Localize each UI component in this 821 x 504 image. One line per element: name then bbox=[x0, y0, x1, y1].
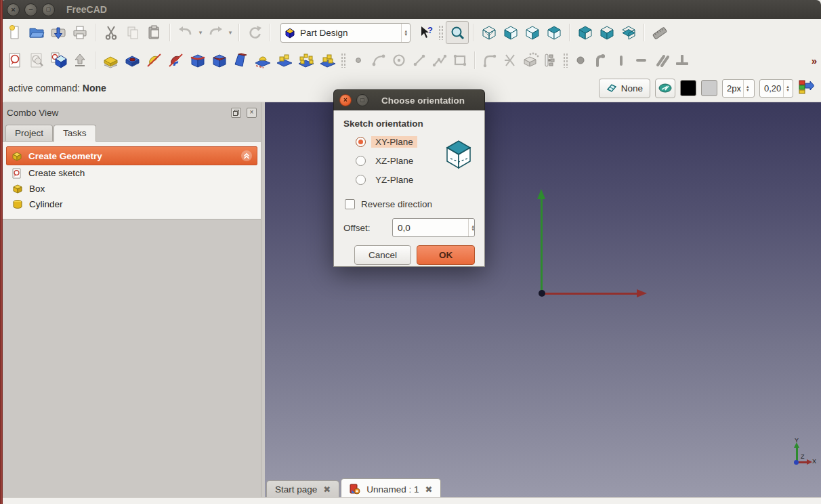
view-axonometric-button[interactable] bbox=[478, 22, 500, 43]
revolution-button[interactable] bbox=[144, 49, 165, 71]
print-button[interactable] bbox=[69, 22, 91, 43]
external-geometry-button[interactable] bbox=[520, 49, 541, 71]
tab-tasks[interactable]: Tasks bbox=[54, 125, 96, 142]
radio-xy-label[interactable]: XY-Plane bbox=[371, 136, 417, 148]
fillet-button[interactable] bbox=[187, 49, 209, 71]
window-maximize-button[interactable]: ▢ bbox=[42, 3, 55, 16]
view-right-button[interactable] bbox=[543, 22, 565, 43]
line-color-swatch[interactable] bbox=[680, 80, 696, 96]
cancel-button[interactable]: Cancel bbox=[354, 245, 411, 265]
toolbar-grip[interactable] bbox=[438, 25, 444, 40]
offset-spinner[interactable]: ▴▾ bbox=[468, 219, 474, 236]
sketch-arc-button[interactable] bbox=[369, 49, 389, 71]
whats-this-button[interactable]: ? bbox=[416, 22, 436, 43]
dialog-titlebar[interactable]: × ▢ Choose orientation bbox=[333, 89, 485, 110]
sketch-circle-button[interactable] bbox=[389, 49, 409, 71]
constraint-coincident-button[interactable] bbox=[570, 49, 591, 71]
window-close-button[interactable]: × bbox=[7, 3, 20, 16]
polar-pattern-button[interactable] bbox=[295, 49, 317, 71]
task-item-create-sketch[interactable]: Create sketch bbox=[6, 165, 257, 181]
view-top-button[interactable] bbox=[522, 22, 543, 43]
workbench-selector[interactable]: Part Design ▴▾ bbox=[280, 23, 410, 43]
constraint-vertical-button[interactable] bbox=[611, 49, 631, 71]
view-bottom-button[interactable] bbox=[618, 22, 639, 43]
view-left-button[interactable] bbox=[596, 22, 618, 43]
task-item-cylinder[interactable]: Cylinder bbox=[6, 196, 257, 212]
tab-project[interactable]: Project bbox=[5, 125, 53, 141]
linear-pattern-button[interactable] bbox=[274, 49, 295, 71]
sketch-point-button[interactable] bbox=[348, 49, 369, 71]
refresh-button[interactable] bbox=[244, 22, 266, 43]
collapse-section-button[interactable] bbox=[241, 150, 252, 161]
reverse-direction-checkbox[interactable] bbox=[345, 199, 355, 209]
pocket-button[interactable] bbox=[122, 49, 144, 71]
new-file-button[interactable] bbox=[4, 22, 26, 43]
undo-dropdown[interactable]: ▾ bbox=[196, 29, 205, 36]
task-item-box[interactable]: Box bbox=[6, 181, 257, 196]
undo-button[interactable] bbox=[175, 22, 196, 43]
dialog-close-button[interactable]: × bbox=[339, 94, 352, 106]
dock-float-button[interactable] bbox=[231, 108, 241, 118]
constraint-parallel-button[interactable] bbox=[652, 49, 672, 71]
fit-all-button[interactable] bbox=[446, 21, 469, 44]
redo-button[interactable] bbox=[205, 22, 226, 43]
cut-button[interactable] bbox=[100, 22, 122, 43]
constraint-horizontal-button[interactable] bbox=[631, 49, 652, 71]
toolbar-overflow-button[interactable]: » bbox=[812, 55, 817, 66]
leave-sketch-button[interactable] bbox=[69, 49, 91, 71]
close-tab-icon[interactable]: ✖ bbox=[425, 485, 433, 494]
text-scale-spinner[interactable]: ▴▾ bbox=[783, 80, 789, 97]
measure-distance-button[interactable] bbox=[649, 22, 671, 43]
face-color-swatch[interactable] bbox=[701, 80, 717, 96]
toolbar-grip[interactable] bbox=[563, 53, 568, 68]
radio-row-yz[interactable]: YZ-Plane bbox=[356, 174, 475, 186]
view-rear-button[interactable] bbox=[574, 22, 596, 43]
toolbar-grip[interactable] bbox=[341, 53, 346, 68]
open-file-button[interactable] bbox=[26, 22, 47, 43]
new-sketch-button[interactable] bbox=[4, 49, 26, 71]
reverse-direction-row[interactable]: Reverse direction bbox=[345, 199, 475, 209]
draft-style-button[interactable] bbox=[655, 79, 675, 98]
pad-button[interactable] bbox=[100, 49, 122, 71]
dialog-maximize-button[interactable]: ▢ bbox=[356, 94, 369, 106]
sketch-polyline-button[interactable] bbox=[429, 49, 450, 71]
line-width-spinbox[interactable]: 2px ▴▾ bbox=[722, 79, 755, 98]
radio-xz-plane[interactable] bbox=[356, 156, 366, 166]
sketch-trim-button[interactable] bbox=[500, 49, 520, 71]
radio-yz-label[interactable]: YZ-Plane bbox=[371, 174, 417, 186]
autogroup-button[interactable] bbox=[798, 79, 814, 97]
text-scale-spinbox[interactable]: 0,20 ▴▾ bbox=[759, 79, 793, 98]
dock-close-button[interactable]: × bbox=[247, 108, 257, 118]
ok-button[interactable]: OK bbox=[417, 245, 475, 265]
redo-dropdown[interactable]: ▾ bbox=[226, 29, 234, 36]
chamfer-button[interactable] bbox=[209, 49, 230, 71]
radio-xy-plane[interactable] bbox=[356, 137, 366, 147]
task-panel-header[interactable]: Create Geometry bbox=[6, 146, 257, 165]
radio-xz-label[interactable]: XZ-Plane bbox=[371, 155, 417, 167]
sketch-fillet-button[interactable] bbox=[480, 49, 500, 71]
line-width-spinner[interactable]: ▴▾ bbox=[743, 80, 749, 97]
multitransform-button[interactable] bbox=[317, 49, 339, 71]
close-tab-icon[interactable]: ✖ bbox=[323, 485, 331, 494]
sketch-line-button[interactable] bbox=[409, 49, 429, 71]
toggle-construction-button[interactable] bbox=[541, 49, 561, 71]
paste-button[interactable] bbox=[144, 22, 165, 43]
view-front-button[interactable] bbox=[500, 22, 522, 43]
working-plane-button[interactable]: None bbox=[599, 79, 650, 98]
groove-button[interactable] bbox=[165, 49, 187, 71]
sketch-rectangle-button[interactable] bbox=[450, 49, 470, 71]
copy-button[interactable] bbox=[122, 22, 144, 43]
window-minimize-button[interactable]: − bbox=[24, 3, 37, 16]
view-sketch-button[interactable] bbox=[26, 49, 47, 71]
tab-start-page[interactable]: Start page ✖ bbox=[266, 480, 339, 498]
mirrored-button[interactable] bbox=[252, 49, 274, 71]
tab-unnamed-1[interactable]: Unnamed : 1 ✖ bbox=[341, 478, 441, 498]
reverse-direction-label[interactable]: Reverse direction bbox=[361, 199, 432, 209]
constraint-perpendicular-button[interactable] bbox=[672, 49, 692, 71]
draft-button[interactable] bbox=[230, 49, 252, 71]
workbench-spinner[interactable]: ▴▾ bbox=[401, 24, 407, 42]
save-button[interactable] bbox=[47, 22, 69, 43]
constraint-tangent-button[interactable] bbox=[591, 49, 611, 71]
offset-spinbox[interactable]: 0,0 ▴▾ bbox=[392, 218, 475, 237]
map-sketch-button[interactable] bbox=[47, 49, 69, 71]
